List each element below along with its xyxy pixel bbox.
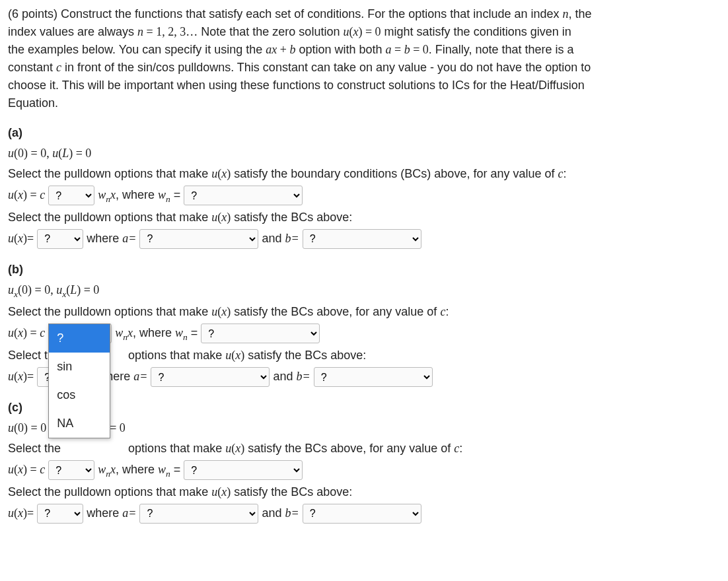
part-c-label: (c) [8, 401, 22, 414]
dropdown-option-cos[interactable]: cos [49, 381, 110, 409]
intro-text: , the [568, 7, 591, 20]
math-ux: u(x) [211, 167, 231, 180]
b-eq: b= [285, 506, 299, 519]
math-axb: ax + b [266, 43, 295, 56]
math-neq: n = 1, 2, 3… [137, 25, 198, 38]
part-a-bc: u(0) = 0, u(L) = 0 [8, 147, 91, 160]
math-ux: u(x) [211, 485, 231, 498]
select-the-text: Select the [8, 442, 61, 455]
intro-text: the examples below. You can specify it u… [8, 43, 266, 56]
prompt-text: Select the pulldown options that make [8, 167, 211, 180]
where-text: , where [116, 188, 158, 201]
dropdown-option-sin[interactable]: sin [49, 353, 110, 381]
eq-text: = [170, 188, 184, 201]
intro-text: (6 points) Construct the functions that … [8, 7, 562, 20]
colon: : [445, 305, 449, 318]
b-trig-select-open[interactable]: ? sin cos NA [48, 324, 112, 343]
math-uxeq: u(x)= [8, 231, 34, 244]
var-c: c [56, 61, 61, 74]
a-eq: a= [133, 370, 147, 383]
and-text: and [262, 231, 285, 244]
prompt-text: Select the pulldown options that make [8, 211, 211, 224]
a-trig-select[interactable]: ? [48, 186, 94, 205]
intro-text: Note that the zero solution [201, 25, 343, 38]
math-ux: u(x) [225, 442, 244, 455]
intro-text: choose it. This will be important when u… [8, 79, 585, 92]
where-text: where [87, 506, 122, 519]
here-a-text: here [106, 370, 133, 383]
math-wn: wn [158, 463, 170, 476]
part-b: (b) ux(0) = 0, ux(L) = 0 Select the pull… [8, 261, 723, 387]
prompt-text: satisfy the BCs above, for any value of [231, 305, 440, 318]
dropdown-list[interactable]: ? sin cos NA [48, 324, 110, 438]
intro-text: option with both [295, 43, 385, 56]
math-ux0: u(x) = 0 [343, 25, 381, 38]
c-form-select[interactable]: ? [37, 504, 83, 524]
b-a-select[interactable]: ? [151, 367, 270, 387]
math-ux: u(x) [211, 305, 231, 318]
part-b-bc: ux(0) = 0, ux(L) = 0 [8, 283, 99, 296]
prompt-text: satisfy the BCs above: [231, 211, 352, 224]
a-eq: a= [122, 231, 136, 244]
dropdown-option-na[interactable]: NA [49, 409, 110, 438]
prompt-text: satisfy the BCs above: [244, 349, 366, 362]
eq-text: = [188, 326, 201, 339]
math-uxc: u(x) = c [8, 326, 45, 339]
options-that-make: options that make [128, 349, 225, 362]
where-text: where [87, 231, 122, 244]
b-b-select[interactable]: ? [314, 367, 433, 387]
math-ab0: a = b = 0 [386, 43, 429, 56]
intro-text: index values are always [8, 25, 137, 38]
b-wn-select[interactable]: ? [201, 324, 320, 343]
part-c: (c) u(0) = 0 = 0 Select the options that… [8, 399, 723, 524]
intro-text: . Finally, note that there is a [429, 43, 574, 56]
intro-text: in front of the sin/cos pulldowns. This … [61, 61, 591, 74]
math-uxc: u(x) = c [8, 463, 45, 476]
colon: : [459, 442, 462, 455]
math-wnx: wnx [98, 188, 116, 201]
a-wn-select[interactable]: ? [184, 186, 303, 205]
prompt-text: satisfy the BCs above: [231, 485, 352, 498]
math-ux: u(x) [225, 349, 244, 362]
math-wn: wn [175, 326, 188, 339]
where-text: , where [116, 463, 158, 476]
b-eq: b= [296, 370, 310, 383]
math-uxeq: u(x)= [8, 506, 34, 519]
options-that-make: options that make [128, 442, 225, 455]
part-a-label: (a) [8, 126, 22, 139]
c-wn-select[interactable]: ? [184, 460, 303, 480]
dropdown-option-placeholder[interactable]: ? [49, 324, 110, 353]
a-eq: a= [122, 506, 136, 519]
intro-text: might satisfy the conditions given in [381, 25, 571, 38]
a-b-select[interactable]: ? [303, 229, 421, 249]
part-b-label: (b) [8, 263, 23, 276]
intro-paragraph: (6 points) Construct the functions that … [8, 5, 723, 112]
eq-text: = [170, 463, 184, 476]
and-text: and [273, 370, 296, 383]
intro-text: Equation. [8, 96, 58, 110]
part-c-bc-left: u(0) = 0 [8, 421, 46, 434]
c-trig-select[interactable]: ? [48, 460, 94, 480]
prompt-text: satisfy the boundary conditions (BCs) ab… [231, 167, 558, 180]
intro-text: constant [8, 61, 56, 74]
prompt-text: satisfy the BCs above, for any value of [244, 442, 454, 455]
math-uxc: u(x) = c [8, 188, 45, 201]
and-text: and [262, 506, 285, 519]
colon: : [563, 167, 566, 180]
part-c-bc-right: = 0 [110, 421, 126, 434]
a-form-select[interactable]: ? [37, 229, 83, 249]
c-b-select[interactable]: ? [303, 504, 421, 524]
part-a: (a) u(0) = 0, u(L) = 0 Select the pulldo… [8, 124, 723, 249]
math-ux: u(x) [211, 211, 231, 224]
math-wnx: wnx [98, 463, 116, 476]
math-wn: wn [158, 188, 170, 201]
prompt-text: Select the pulldown options that make [8, 485, 211, 498]
prompt-text: Select the pulldown options that make [8, 305, 211, 318]
math-wnx: wnx [115, 326, 133, 339]
a-a-select[interactable]: ? [139, 229, 258, 249]
b-eq: b= [285, 231, 299, 244]
math-uxeq: u(x)= [8, 370, 34, 383]
c-a-select[interactable]: ? [139, 504, 258, 524]
where-text: , where [133, 326, 175, 339]
